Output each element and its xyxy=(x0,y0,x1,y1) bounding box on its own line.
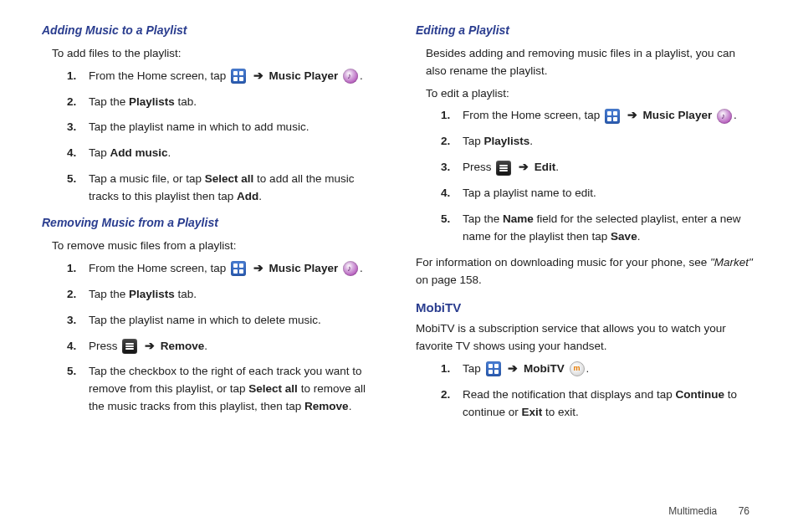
step: Tap the Playlists tab. xyxy=(67,94,382,111)
text: tab. xyxy=(175,95,197,108)
steps-adding: From the Home screen, tap ➔ Music Player… xyxy=(67,68,382,207)
bold: Remove xyxy=(304,400,349,412)
apps-icon xyxy=(486,361,501,376)
step: Tap the checkbox to the right of each tr… xyxy=(67,363,382,416)
menu-icon xyxy=(496,161,511,176)
text: Press xyxy=(463,161,494,173)
text: to exit. xyxy=(542,406,579,418)
steps-editing: From the Home screen, tap ➔ Music Player… xyxy=(441,107,756,246)
step: Tap Add music. xyxy=(67,145,382,162)
intro-edit-1: Besides adding and removing music files … xyxy=(426,45,756,80)
heading-editing-playlist: Editing a Playlist xyxy=(416,22,756,40)
apps-icon xyxy=(231,261,246,276)
step: Read the notification that displays and … xyxy=(441,386,756,422)
text: Tap the xyxy=(463,212,503,225)
heading-removing-music: Removing Music from a Playlist xyxy=(42,214,382,233)
section-name: Multimedia xyxy=(668,505,717,517)
apps-icon xyxy=(605,109,620,124)
text: Tap xyxy=(463,362,484,375)
bold: Save xyxy=(611,230,637,243)
step: Tap the Name field for the selected play… xyxy=(441,211,756,246)
arrow-icon: ➔ xyxy=(519,161,529,173)
bold: Playlists xyxy=(129,95,175,108)
step: Tap the playlist name in which to add mu… xyxy=(67,119,382,136)
arrow-icon: ➔ xyxy=(253,262,263,274)
step: Tap a playlist name to edit. xyxy=(441,185,756,202)
menu-icon xyxy=(122,339,137,354)
bold: Select all xyxy=(248,382,298,395)
music-player-icon xyxy=(343,69,358,84)
reference-italic: "Market" xyxy=(710,256,753,269)
text: From the Home screen, tap xyxy=(89,262,229,274)
heading-mobitv: MobiTV xyxy=(416,298,756,317)
intro-remove: To remove music files from a playlist: xyxy=(52,238,382,255)
text: Tap the xyxy=(89,95,129,108)
text: Press xyxy=(89,340,120,352)
step: From the Home screen, tap ➔ Music Player… xyxy=(441,107,756,125)
step: Press ➔ Remove. xyxy=(67,338,382,356)
arrow-icon: ➔ xyxy=(253,69,263,82)
steps-removing: From the Home screen, tap ➔ Music Player… xyxy=(67,260,382,416)
bold: Continue xyxy=(675,388,724,401)
step: Press ➔ Edit. xyxy=(441,159,756,176)
page-number: 76 xyxy=(739,505,749,517)
bold: Music Player xyxy=(643,109,713,121)
bold: MobiTV xyxy=(524,362,565,375)
text: From the Home screen, tap xyxy=(89,69,229,82)
bold: Exit xyxy=(522,406,543,418)
bold: Edit xyxy=(535,161,556,173)
text: Tap xyxy=(89,146,110,159)
apps-icon xyxy=(231,69,246,84)
right-column: Editing a Playlist Besides adding and re… xyxy=(416,20,756,497)
intro-mobitv: MobiTV is a subscription service that al… xyxy=(416,320,756,356)
text: Read the notification that displays and … xyxy=(463,388,675,401)
step: Tap Playlists. xyxy=(441,133,756,151)
bold: Playlists xyxy=(129,288,175,300)
text: on page 158. xyxy=(416,274,482,286)
bold: Add xyxy=(237,190,258,202)
bold: Playlists xyxy=(484,135,530,147)
bold: Remove xyxy=(161,340,205,352)
bold: Music Player xyxy=(269,69,339,82)
text: tab. xyxy=(175,288,197,300)
step: Tap a music file, or tap Select all to a… xyxy=(67,171,382,206)
bold: Music Player xyxy=(269,262,339,274)
bold: Name xyxy=(503,212,534,225)
music-player-icon xyxy=(343,261,358,276)
step: Tap ➔ MobiTV . xyxy=(441,361,756,378)
bold: Select all xyxy=(205,172,254,185)
mobitv-icon xyxy=(570,361,585,376)
text: From the Home screen, tap xyxy=(463,109,603,121)
step: Tap the playlist name in which to delete… xyxy=(67,312,382,330)
arrow-icon: ➔ xyxy=(627,109,637,121)
heading-adding-music: Adding Music to a Playlist xyxy=(42,22,382,40)
bold: Add music xyxy=(110,146,168,159)
text: Tap a music file, or tap xyxy=(89,172,205,185)
left-column: Adding Music to a Playlist To add files … xyxy=(42,20,382,497)
step: From the Home screen, tap ➔ Music Player… xyxy=(67,68,382,85)
step: Tap the Playlists tab. xyxy=(67,286,382,304)
download-note: For information on downloading music for… xyxy=(416,254,756,289)
steps-mobitv: Tap ➔ MobiTV . Read the notification tha… xyxy=(441,361,756,422)
page-footer: Multimedia 76 xyxy=(668,505,749,517)
text: Tap xyxy=(463,135,484,147)
arrow-icon: ➔ xyxy=(145,340,155,352)
step: From the Home screen, tap ➔ Music Player… xyxy=(67,260,382,278)
arrow-icon: ➔ xyxy=(508,362,518,375)
intro-add: To add files to the playlist: xyxy=(52,45,382,63)
intro-edit-2: To edit a playlist: xyxy=(426,85,756,103)
music-player-icon xyxy=(717,109,732,124)
text: For information on downloading music for… xyxy=(416,256,710,269)
text: Tap the xyxy=(89,288,129,300)
